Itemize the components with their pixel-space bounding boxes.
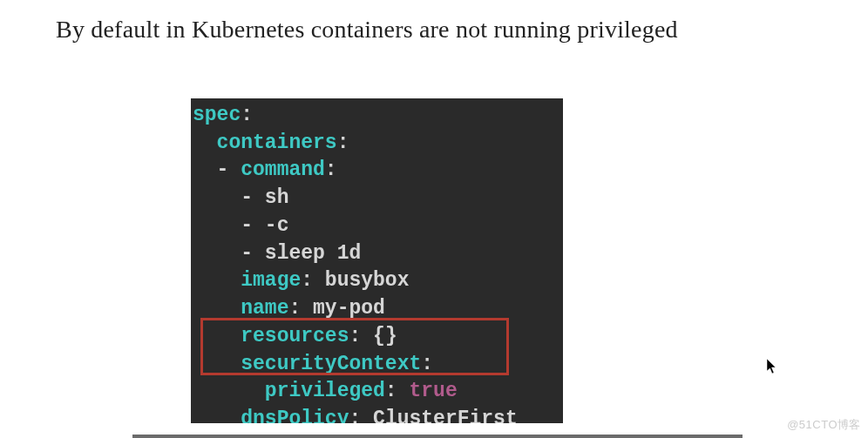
mouse-cursor-icon bbox=[767, 359, 777, 374]
yaml-value: busybox bbox=[325, 269, 410, 292]
dash: - bbox=[217, 158, 229, 181]
colon: : bbox=[349, 408, 361, 423]
yaml-value: sleep 1d bbox=[265, 242, 361, 265]
watermark-text: @51CTO博客 bbox=[787, 417, 861, 433]
code-line-dashc: - -c bbox=[191, 212, 563, 240]
yaml-key: command bbox=[241, 158, 325, 181]
yaml-key: name bbox=[241, 297, 288, 320]
yaml-value: sh bbox=[265, 186, 289, 209]
yaml-key: dnsPolicy bbox=[241, 408, 349, 423]
dash: - bbox=[241, 214, 253, 237]
colon: : bbox=[241, 104, 253, 126]
colon: : bbox=[288, 297, 301, 320]
code-line-privileged: privileged: true bbox=[191, 378, 563, 406]
yaml-key: image bbox=[241, 269, 301, 292]
yaml-key: spec bbox=[193, 104, 241, 126]
yaml-key: privileged bbox=[265, 380, 385, 402]
colon: : bbox=[337, 131, 349, 154]
code-line-securitycontext: securityContext: bbox=[191, 351, 563, 379]
slide-heading: By default in Kubernetes containers are … bbox=[0, 0, 868, 44]
colon: : bbox=[301, 269, 313, 292]
yaml-value: ClusterFirst bbox=[373, 408, 518, 423]
yaml-key: resources bbox=[241, 325, 349, 347]
yaml-value: -c bbox=[265, 214, 289, 237]
code-line-resources: resources: {} bbox=[191, 323, 563, 351]
code-line-containers: containers: bbox=[191, 130, 563, 158]
bottom-divider bbox=[132, 435, 743, 438]
code-line-name: name: my-pod bbox=[191, 295, 563, 323]
dash: - bbox=[241, 186, 253, 209]
yaml-code-block: spec: containers: - command: - sh - -c -… bbox=[191, 98, 563, 423]
code-line-image: image: busybox bbox=[191, 267, 563, 295]
code-line-command: - command: bbox=[191, 157, 563, 185]
colon: : bbox=[385, 380, 397, 402]
yaml-key: securityContext bbox=[241, 353, 421, 375]
yaml-key: containers bbox=[217, 131, 337, 154]
dash: - bbox=[241, 242, 253, 265]
colon: : bbox=[349, 325, 361, 347]
code-line-dnspolicy: dnsPolicy: ClusterFirst bbox=[191, 406, 563, 423]
yaml-bool: true bbox=[409, 380, 457, 402]
code-line-spec: spec: bbox=[191, 102, 563, 130]
yaml-value: my-pod bbox=[313, 297, 385, 320]
colon: : bbox=[325, 158, 337, 181]
code-line-sleep: - sleep 1d bbox=[191, 240, 563, 268]
colon: : bbox=[421, 353, 433, 375]
code-line-sh: - sh bbox=[191, 185, 563, 212]
yaml-value: {} bbox=[373, 325, 397, 347]
